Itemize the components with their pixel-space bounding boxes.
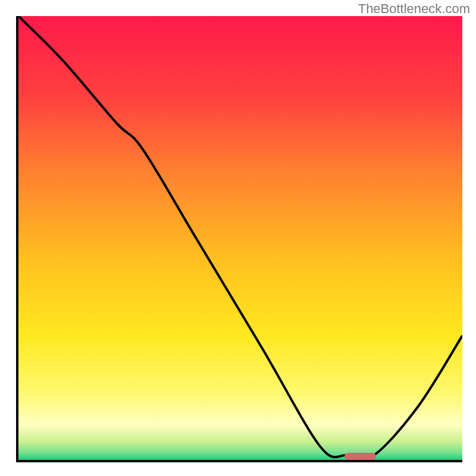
chart-plot-area [16, 16, 462, 462]
watermark-text: TheBottleneck.com [358, 1, 470, 17]
chart-optimal-marker [345, 453, 375, 460]
chart-curve [18, 16, 462, 460]
